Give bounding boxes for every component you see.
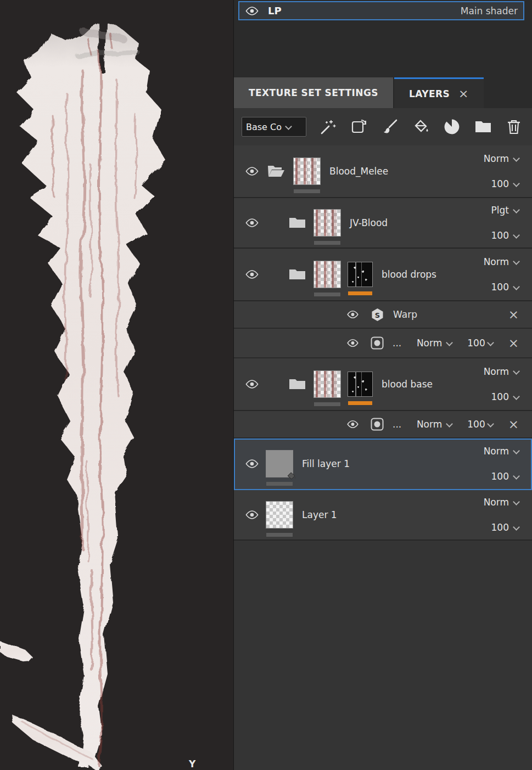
effect-row-warp[interactable]: S Warp × <box>234 301 532 329</box>
add-group-button[interactable] <box>474 117 492 136</box>
eye-icon <box>346 339 359 347</box>
remove-effect-button[interactable]: × <box>508 337 519 350</box>
trash-icon <box>506 119 522 135</box>
blend-mode-select[interactable]: Norm <box>417 419 453 430</box>
viewport-2d-uv[interactable]: Y <box>0 0 233 770</box>
texture-set-shader: Main shader <box>461 5 518 16</box>
closed-folder-icon[interactable] <box>289 268 306 281</box>
layer-row-blood-base[interactable]: blood base Norm 100 <box>234 358 532 411</box>
open-folder-icon[interactable] <box>267 164 285 178</box>
chevron-down-icon <box>513 369 520 374</box>
closed-folder-icon[interactable] <box>289 378 306 391</box>
texture-set-list: LP Main shader <box>234 0 532 77</box>
blend-mode-select[interactable]: Norm <box>484 446 520 457</box>
blend-mode-select[interactable]: Norm <box>484 256 520 267</box>
blend-mode-select[interactable]: Norm <box>484 366 520 377</box>
texture-set-row-lp[interactable]: LP Main shader <box>238 1 524 20</box>
tab-texture-set-settings[interactable]: TEXTURE SET SETTINGS <box>234 77 394 108</box>
layer-name: Layer 1 <box>302 509 484 520</box>
layer-thumbnail[interactable] <box>266 450 293 477</box>
toolbar-icons <box>318 117 523 136</box>
chevron-down-icon <box>487 340 494 346</box>
chevron-down-icon <box>513 394 520 400</box>
chevron-down-icon <box>513 207 520 213</box>
paint-bucket-icon <box>413 119 429 135</box>
chevron-down-icon <box>513 259 520 265</box>
opacity-select[interactable]: 100 <box>467 338 494 349</box>
tab-bar: TEXTURE SET SETTINGS LAYERS × <box>234 77 532 108</box>
opacity-select[interactable]: 100 <box>491 471 520 482</box>
channel-select[interactable]: Base Co <box>242 117 306 137</box>
chevron-down-icon <box>487 421 494 427</box>
visibility-toggle[interactable] <box>245 510 261 520</box>
layer-name: Fill layer 1 <box>302 458 484 469</box>
content-indicator-bar <box>314 241 340 245</box>
blend-mode-select[interactable]: Norm <box>484 497 520 508</box>
visibility-toggle[interactable] <box>245 459 261 469</box>
remove-effect-button[interactable]: × <box>508 308 519 321</box>
content-indicator-bar <box>266 482 293 486</box>
layer-row-jv-blood[interactable]: JV-Blood Plgt 100 <box>234 198 532 249</box>
layer-thumbnail[interactable] <box>266 501 293 529</box>
effect-name: Warp <box>393 309 417 320</box>
delete-layer-button[interactable] <box>505 117 523 136</box>
add-effect-button[interactable] <box>318 117 337 136</box>
visibility-toggle[interactable] <box>245 379 261 389</box>
visibility-toggle[interactable] <box>245 166 261 176</box>
visibility-toggle[interactable] <box>346 339 363 347</box>
sphere-wedge-icon <box>444 119 460 135</box>
visibility-toggle[interactable] <box>245 6 261 16</box>
smart-material-icon <box>351 119 367 135</box>
visibility-toggle[interactable] <box>346 420 363 429</box>
opacity-select[interactable]: 100 <box>467 419 494 430</box>
visibility-toggle[interactable] <box>346 310 363 319</box>
effect-name: ... <box>393 419 401 430</box>
layer-thumbnail[interactable] <box>313 261 341 288</box>
tab-bar-spacer <box>484 77 532 108</box>
chevron-down-icon <box>513 474 520 479</box>
opacity-select[interactable]: 100 <box>491 282 520 293</box>
chevron-down-icon <box>513 284 520 290</box>
close-icon[interactable]: × <box>458 88 469 100</box>
layer-thumbnail[interactable] <box>313 370 341 398</box>
opacity-select[interactable]: 100 <box>491 391 520 402</box>
opacity-select[interactable]: 100 <box>491 178 520 189</box>
mask-thumbnail[interactable] <box>348 372 373 397</box>
opacity-select[interactable]: 100 <box>491 522 520 533</box>
eye-icon <box>245 379 259 389</box>
chevron-down-icon <box>285 124 292 130</box>
blend-mode-select[interactable]: Plgt <box>491 205 520 216</box>
content-indicator-bar <box>314 293 340 296</box>
layer-row-blood-melee[interactable]: Blood_Melee Norm 100 <box>234 145 532 198</box>
add-paint-layer-button[interactable] <box>380 117 399 136</box>
visibility-toggle[interactable] <box>245 218 261 228</box>
opacity-select[interactable]: 100 <box>491 230 520 241</box>
effect-row-filter[interactable]: ... Norm 100 × <box>234 329 532 358</box>
add-fill-layer-button[interactable] <box>412 117 430 136</box>
layer-row-layer-1[interactable]: Layer 1 Norm 100 <box>234 490 532 541</box>
eye-icon <box>245 218 259 228</box>
mask-indicator-bar <box>348 401 372 405</box>
chevron-down-icon <box>513 499 520 505</box>
layer-row-blood-drops[interactable]: blood drops Norm 100 <box>234 249 532 301</box>
add-smart-mask-button[interactable] <box>443 117 461 136</box>
right-panel: LP Main shader TEXTURE SET SETTINGS LAYE… <box>233 0 532 770</box>
layer-thumbnail[interactable] <box>293 158 321 185</box>
layer-row-fill-layer-1[interactable]: Fill layer 1 Norm 100 <box>234 439 532 490</box>
mask-indicator-bar <box>348 291 372 295</box>
layer-thumbnail[interactable] <box>313 209 341 237</box>
texture-set-name: LP <box>268 5 282 16</box>
remove-effect-button[interactable]: × <box>508 418 519 431</box>
visibility-toggle[interactable] <box>245 269 261 279</box>
add-smart-material-button[interactable] <box>350 117 368 136</box>
layer-name: blood drops <box>382 269 484 280</box>
effect-row-filter[interactable]: ... Norm 100 × <box>234 411 532 439</box>
blend-mode-select[interactable]: Norm <box>417 338 453 349</box>
mask-thumbnail[interactable] <box>348 262 373 287</box>
tab-layers[interactable]: LAYERS × <box>394 77 484 108</box>
effect-name: ... <box>393 338 401 349</box>
eye-icon <box>346 310 359 319</box>
chevron-down-icon <box>513 448 520 454</box>
closed-folder-icon[interactable] <box>289 216 306 229</box>
blend-mode-select[interactable]: Norm <box>484 153 520 164</box>
